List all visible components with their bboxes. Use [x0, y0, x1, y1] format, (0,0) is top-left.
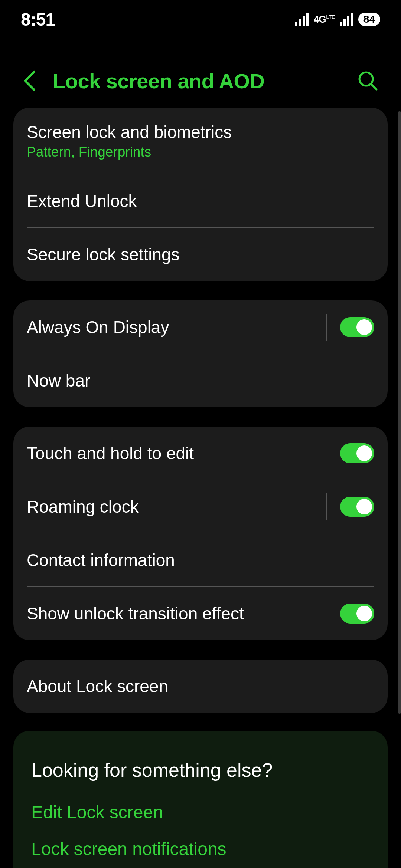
search-button[interactable]: [357, 70, 379, 92]
suggestions-title: Looking for something else?: [31, 759, 370, 781]
row-title: Roaming clock: [27, 497, 326, 517]
card-lockscreen-options: Touch and hold to edit Roaming clock Con…: [13, 427, 388, 640]
row-title: Show unlock transition effect: [27, 604, 340, 624]
row-extend-unlock[interactable]: Extend Unlock: [27, 174, 374, 228]
signal-bars-left-icon: [295, 13, 309, 26]
row-screen-lock-biometrics[interactable]: Screen lock and biometrics Pattern, Fing…: [27, 108, 374, 174]
divider: [326, 314, 327, 341]
toggle-unlock-transition[interactable]: [340, 604, 374, 624]
row-touch-hold-edit[interactable]: Touch and hold to edit: [27, 427, 374, 480]
link-edit-lock-screen[interactable]: Edit Lock screen: [31, 802, 370, 822]
card-suggestions: Looking for something else? Edit Lock sc…: [13, 731, 388, 868]
page-title: Lock screen and AOD: [53, 69, 264, 93]
settings-list: Screen lock and biometrics Pattern, Fing…: [13, 108, 388, 868]
row-title: Contact information: [27, 550, 374, 570]
toggle-touch-hold-edit[interactable]: [340, 443, 374, 463]
signal-bars-right-icon: [340, 13, 353, 26]
row-title: Touch and hold to edit: [27, 443, 340, 463]
row-unlock-transition[interactable]: Show unlock transition effect: [27, 587, 374, 640]
row-title: Always On Display: [27, 317, 326, 337]
row-title: Extend Unlock: [27, 191, 374, 211]
app-bar: Lock screen and AOD: [0, 59, 401, 103]
row-contact-information[interactable]: Contact information: [27, 533, 374, 587]
network-type: 4GLTE: [314, 14, 335, 25]
battery-level: 84: [358, 13, 380, 26]
row-roaming-clock[interactable]: Roaming clock: [27, 480, 374, 533]
row-subtitle: Pattern, Fingerprints: [27, 144, 374, 160]
card-security: Screen lock and biometrics Pattern, Fing…: [13, 108, 388, 281]
toggle-roaming-clock[interactable]: [340, 497, 374, 517]
card-about: About Lock screen: [13, 660, 388, 713]
row-title: Now bar: [27, 371, 374, 391]
divider: [326, 493, 327, 520]
toggle-always-on-display[interactable]: [340, 317, 374, 337]
row-always-on-display[interactable]: Always On Display: [27, 300, 374, 354]
row-now-bar[interactable]: Now bar: [27, 354, 374, 407]
chevron-left-icon: [22, 69, 37, 93]
svg-line-1: [371, 84, 376, 89]
row-title: Screen lock and biometrics: [27, 122, 374, 142]
row-secure-lock-settings[interactable]: Secure lock settings: [27, 228, 374, 281]
row-about-lock-screen[interactable]: About Lock screen: [27, 660, 374, 713]
row-title: Secure lock settings: [27, 244, 374, 264]
status-time: 8:51: [21, 9, 55, 30]
scrollbar[interactable]: [398, 111, 401, 714]
back-button[interactable]: [22, 69, 37, 93]
card-aod: Always On Display Now bar: [13, 300, 388, 407]
link-lock-screen-notifications[interactable]: Lock screen notifications: [31, 839, 370, 859]
search-icon: [357, 70, 379, 92]
status-right: 4GLTE 84: [295, 13, 380, 26]
row-title: About Lock screen: [27, 676, 374, 696]
status-bar: 8:51 4GLTE 84: [0, 0, 401, 39]
